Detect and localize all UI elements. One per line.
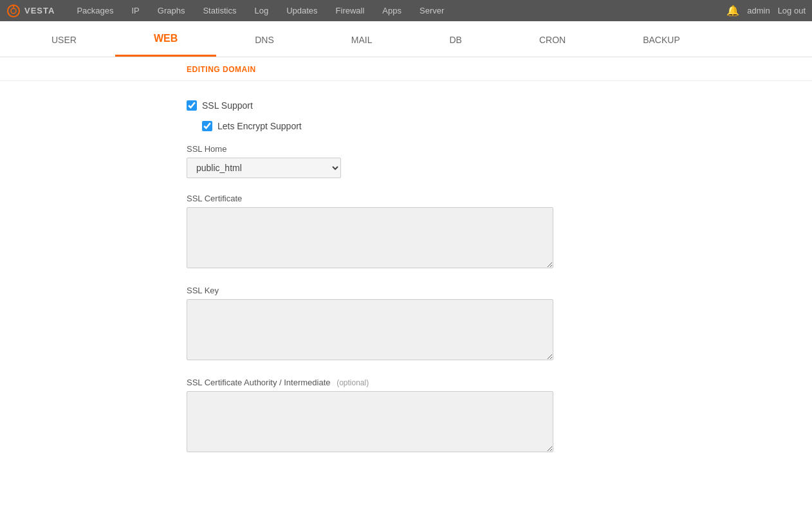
ssl-certificate-textarea[interactable]: [187, 207, 553, 268]
nav-log[interactable]: Log: [245, 0, 277, 21]
ssl-certificate-label: SSL Certificate: [187, 194, 799, 203]
lets-encrypt-row: Lets Encrypt Support: [202, 121, 799, 131]
ssl-key-label: SSL Key: [187, 286, 799, 295]
nav-firewall[interactable]: Firewall: [327, 0, 374, 21]
ssl-support-row: SSL Support: [187, 100, 799, 111]
top-navigation: VESTA Packages IP Graphs Statistics Log …: [0, 0, 812, 21]
notification-bell-icon[interactable]: 🔔: [726, 5, 739, 17]
ssl-ca-optional: (optional): [337, 378, 369, 387]
tab-cron[interactable]: CRON: [501, 23, 604, 55]
ssl-ca-field: SSL Certificate Authority / Intermediate…: [187, 378, 799, 454]
ssl-certificate-field: SSL Certificate: [187, 194, 799, 270]
ssl-home-field: SSL Home public_html public_shtml docume…: [187, 144, 799, 178]
tab-user[interactable]: USER: [13, 23, 115, 55]
ssl-ca-textarea[interactable]: [187, 391, 553, 452]
ssl-key-field: SSL Key: [187, 286, 799, 362]
tab-backup[interactable]: BACKUP: [604, 23, 719, 55]
lets-encrypt-label[interactable]: Lets Encrypt Support: [217, 121, 302, 131]
topnav-links: Packages IP Graphs Statistics Log Update…: [68, 0, 726, 21]
ssl-home-label: SSL Home: [187, 144, 799, 154]
breadcrumb: EDITING DOMAIN: [0, 57, 812, 81]
svg-point-1: [11, 8, 16, 14]
nav-packages[interactable]: Packages: [68, 0, 122, 21]
ssl-ca-label: SSL Certificate Authority / Intermediate…: [187, 378, 799, 387]
nav-updates[interactable]: Updates: [277, 0, 326, 21]
topnav-right: 🔔 admin Log out: [726, 5, 806, 17]
brand-logo[interactable]: VESTA: [6, 4, 55, 18]
lets-encrypt-checkbox[interactable]: [202, 121, 212, 131]
nav-server[interactable]: Server: [411, 0, 453, 21]
vesta-logo-icon: [6, 4, 21, 18]
logout-link[interactable]: Log out: [778, 6, 806, 15]
ssl-support-label[interactable]: SSL Support: [202, 100, 253, 111]
nav-apps[interactable]: Apps: [373, 0, 411, 21]
tab-db[interactable]: DB: [411, 23, 500, 55]
admin-link[interactable]: admin: [747, 6, 770, 15]
nav-graphs[interactable]: Graphs: [149, 0, 194, 21]
secondary-navigation: USER WEB DNS MAIL DB CRON BACKUP: [0, 21, 812, 57]
ssl-key-textarea[interactable]: [187, 299, 553, 360]
nav-statistics[interactable]: Statistics: [194, 0, 245, 21]
tab-mail[interactable]: MAIL: [313, 23, 411, 55]
main-content: SSL Support Lets Encrypt Support SSL Hom…: [0, 81, 812, 489]
ssl-home-select[interactable]: public_html public_shtml document_root: [187, 158, 341, 178]
brand-name: VESTA: [24, 6, 55, 15]
nav-ip[interactable]: IP: [122, 0, 148, 21]
tab-web[interactable]: WEB: [115, 21, 216, 57]
tab-dns[interactable]: DNS: [216, 23, 313, 55]
ssl-support-checkbox[interactable]: [187, 100, 197, 111]
